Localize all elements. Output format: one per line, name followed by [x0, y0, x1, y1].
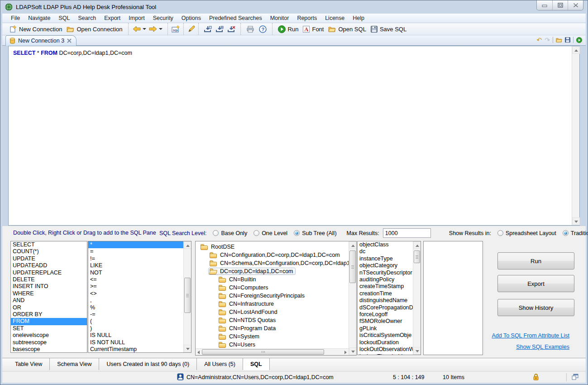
keyword-item[interactable]: UPDATEREPLACE — [11, 270, 87, 276]
tree-node[interactable]: DC=corp,DC=ldap1,DC=com — [196, 267, 349, 275]
scrollbar-thumb[interactable] — [414, 250, 420, 263]
scrollbar-thumb[interactable] — [184, 278, 191, 313]
menu-reports[interactable]: Reports — [293, 14, 321, 23]
attribute-item[interactable]: lockOutObservationW — [358, 346, 413, 353]
attribute-item[interactable]: creationTime — [358, 290, 413, 297]
forward-dropdown-icon[interactable] — [159, 28, 163, 30]
tree-node[interactable]: CN=Schema,CN=Configuration,DC=corp,DC=ld… — [196, 259, 349, 267]
keyword-item[interactable]: COUNT(*) — [11, 248, 87, 255]
tree-vertical-scrollbar[interactable] — [349, 241, 356, 355]
maximize-button[interactable] — [552, 0, 568, 10]
export-button[interactable]: Export — [497, 275, 574, 292]
save-sql-small-icon[interactable] — [565, 37, 570, 43]
radio-spreadsheet-layout[interactable]: Spreadsheet Layout — [497, 230, 556, 236]
operator-list-scrollbar[interactable] — [183, 241, 191, 352]
minimize-button[interactable] — [537, 0, 552, 10]
scroll-down-icon[interactable] — [572, 217, 580, 225]
editor-scrollbar[interactable] — [572, 46, 579, 225]
keyword-item[interactable]: AND — [11, 297, 87, 304]
operator-item[interactable]: IS NULL — [88, 332, 183, 339]
tab-close-icon[interactable] — [67, 38, 72, 43]
export-schedule-icon[interactable] — [204, 26, 212, 33]
run-small-icon[interactable] — [576, 37, 582, 43]
run-query-button[interactable]: Run — [497, 252, 574, 270]
attribute-item[interactable]: gPLink — [358, 325, 413, 332]
tree-node[interactable]: RootDSE — [196, 243, 349, 251]
tree-node[interactable]: CN=Infrastructure — [196, 300, 349, 308]
operator-item[interactable]: = — [88, 248, 183, 255]
radio-one-level[interactable]: One Level — [253, 230, 287, 236]
attribute-item[interactable]: dSCorePropagationD — [358, 304, 413, 311]
operator-item[interactable]: LIKE — [88, 262, 183, 269]
menu-import[interactable]: Import — [124, 14, 148, 23]
menu-help[interactable]: Help — [349, 14, 368, 23]
sql-operator-list[interactable]: *=!=LIKENOT<=>=<>,%-=()IS NULLIS NOT NUL… — [88, 241, 191, 353]
menu-monitor[interactable]: Monitor — [266, 14, 293, 23]
scrollbar-thumb[interactable] — [202, 349, 324, 355]
export-grid-icon[interactable] — [215, 26, 224, 33]
menu-predefined-searches[interactable]: Predefined Searches — [205, 14, 266, 23]
attribute-item[interactable]: lockoutDuration — [358, 339, 413, 346]
attribute-item[interactable]: objectCategory — [358, 262, 413, 269]
operator-item[interactable]: -= — [88, 311, 183, 318]
attribute-item[interactable]: objectClass — [358, 241, 413, 248]
attribute-item[interactable]: createTimeStamp — [358, 283, 413, 290]
scroll-up-icon[interactable] — [413, 241, 421, 249]
run-button[interactable]: Run — [276, 24, 301, 34]
attribute-item[interactable]: nTSecurityDescriptor — [358, 270, 413, 276]
result-tab-schema-view[interactable]: Schema View — [50, 358, 99, 370]
save-sql-button[interactable]: Save SQL — [368, 25, 409, 34]
font-button[interactable]: A Font — [301, 25, 326, 34]
operator-item[interactable]: % — [88, 304, 183, 311]
menu-sql[interactable]: SQL — [55, 14, 74, 23]
attribute-item[interactable]: instanceType — [358, 255, 413, 262]
radio-button-icon[interactable] — [253, 230, 259, 236]
scroll-right-icon[interactable] — [344, 351, 347, 354]
tree-node[interactable]: CN=System — [196, 332, 349, 341]
menu-export[interactable]: Export — [100, 14, 124, 23]
attribute-item[interactable]: dc — [358, 248, 413, 255]
add-to-sql-link[interactable]: Add To SQL From Attribute List — [492, 332, 569, 339]
radio-base-only[interactable]: Base Only — [213, 230, 247, 236]
tree-node[interactable]: CN=Configuration,DC=corp,DC=ldap1,DC=com — [196, 251, 349, 259]
tree-node[interactable]: CN=Program Data — [196, 324, 349, 332]
operator-item[interactable]: ) — [88, 325, 183, 332]
scroll-down-icon[interactable] — [184, 345, 191, 352]
operator-item[interactable]: , — [88, 297, 183, 304]
attribute-list[interactable]: objectClassdcinstanceTypeobjectCategoryn… — [357, 241, 421, 355]
menu-options[interactable]: Options — [177, 14, 205, 23]
tab-new-connection-3[interactable]: New Connection 3 — [5, 35, 76, 46]
operator-item[interactable]: * — [88, 241, 183, 248]
operator-item[interactable]: NOT — [88, 270, 183, 276]
scroll-up-icon[interactable] — [572, 46, 580, 54]
attribute-list-scrollbar[interactable] — [413, 241, 421, 355]
tree-node[interactable]: CN=Users — [196, 341, 349, 348]
scroll-up-icon[interactable] — [349, 241, 357, 249]
radio-traditional-ldap-layout[interactable]: Traditional Ldap Layout — [563, 230, 588, 236]
scrollbar-thumb[interactable] — [349, 250, 356, 283]
operator-item[interactable]: ( — [88, 318, 183, 325]
keyword-item[interactable]: ORDER BY — [11, 311, 87, 318]
keyword-item[interactable]: FROM — [11, 318, 87, 325]
tree-node[interactable]: CN=Computers — [196, 284, 349, 292]
result-tab-sql[interactable]: SQL — [243, 358, 270, 370]
show-history-button[interactable]: Show History — [497, 299, 574, 316]
tree-node[interactable]: CN=LostAndFound — [196, 308, 349, 316]
keyword-item[interactable]: UPDATE — [11, 255, 87, 262]
sql-keyword-list[interactable]: SELECTCOUNT(*)UPDATEUPDATEADDUPDATEREPLA… — [10, 241, 87, 353]
attribute-item[interactable]: distinguishedName — [358, 297, 413, 304]
pencil-icon[interactable] — [187, 25, 195, 33]
redo-icon[interactable]: ↷ — [545, 37, 550, 43]
attribute-item[interactable]: lockoutThreshold — [358, 353, 413, 356]
menu-search[interactable]: Search — [74, 14, 100, 23]
open-connection-button[interactable]: Open Connection — [64, 25, 124, 34]
tree-node[interactable]: CN=NTDS Quotas — [196, 316, 349, 324]
print-icon[interactable] — [246, 26, 254, 33]
selected-attributes-pane[interactable] — [423, 241, 483, 355]
keyword-item[interactable]: UPDATEADD — [11, 262, 87, 269]
operator-item[interactable]: IS NOT NULL — [88, 339, 183, 346]
sql-editor[interactable]: SELECT * FROM DC=corp,DC=ldap1,DC=com — [8, 46, 580, 226]
attribute-item[interactable]: forceLogoff — [358, 311, 413, 318]
menu-security[interactable]: Security — [149, 14, 177, 23]
open-sql-button[interactable]: Open SQL — [326, 25, 368, 34]
